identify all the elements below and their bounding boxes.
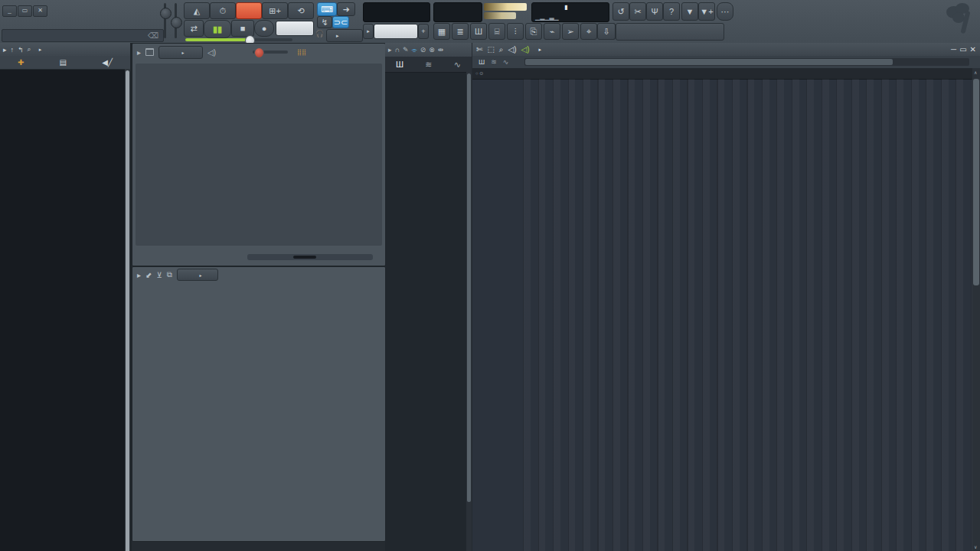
trash-icon[interactable]: ⌫	[148, 31, 158, 40]
mute-tool-icon[interactable]: ⊗	[429, 46, 435, 54]
save-new-version-icon[interactable]: ▼+	[698, 2, 715, 21]
subtab-pattern-icon[interactable]: Ш	[479, 58, 485, 66]
up-icon[interactable]: ↑	[11, 46, 15, 54]
close-icon[interactable]: ✕	[970, 45, 976, 54]
minimize-button[interactable]: _	[2, 5, 17, 17]
add-channel-button[interactable]	[217, 252, 229, 262]
tab-patterns-icon[interactable]: Ш	[396, 60, 403, 69]
piano-roll-icon[interactable]: Ш	[470, 23, 487, 40]
channel-rack-body	[136, 64, 382, 246]
channel-group-select[interactable]: ▸	[158, 46, 203, 59]
magnet-icon[interactable]: ∩	[395, 46, 400, 54]
mic-icon[interactable]: Ψ	[646, 2, 663, 21]
pencil-icon[interactable]: ✎	[403, 46, 409, 54]
browser-scrollbar[interactable]	[125, 69, 130, 551]
news-ticker[interactable]	[616, 23, 724, 41]
close-button[interactable]: ✕	[33, 5, 47, 17]
grid-icon[interactable]: ⣿⣿	[297, 49, 306, 56]
browser-header[interactable]: ▸ ↑ ↰ ⌕ ▸	[0, 43, 130, 56]
tab-automation-icon[interactable]: ∿	[454, 60, 461, 70]
stretch-icon[interactable]: ⇹	[438, 46, 444, 54]
oscilloscope	[433, 2, 482, 22]
pause-button[interactable]: ▮▮	[204, 20, 231, 38]
cut-icon[interactable]: ✂	[629, 2, 646, 21]
plugin-icon[interactable]: ⌁	[544, 23, 560, 40]
countdown-display[interactable]	[236, 2, 262, 19]
blend-recording-button[interactable]: ⊞+	[262, 2, 288, 19]
stop-button[interactable]: ■	[231, 20, 254, 37]
pattern-add-icon[interactable]: +	[418, 24, 429, 39]
playlist-view-icon[interactable]: ▦	[433, 23, 450, 40]
playlist-hscrollbar[interactable]	[524, 58, 969, 66]
help-icon[interactable]: ?	[663, 2, 680, 21]
step-sequencer-icon[interactable]: ≣	[452, 23, 469, 40]
save-icon[interactable]: ▼	[681, 2, 698, 21]
playlist-window-controls[interactable]: ─▭✕	[951, 45, 976, 54]
playlist-vscrollbar[interactable]: ∧ ∨	[972, 68, 980, 551]
pattern-toolbar[interactable]: ▸ ∩ ✎ ⌯ ⊘ ⊗ ⇹	[385, 43, 472, 57]
pattern-selector-value[interactable]	[374, 24, 418, 39]
undo-icon[interactable]: ↺	[612, 2, 629, 21]
collapse-icon[interactable]: ▸	[388, 46, 392, 54]
link-icon[interactable]: ⊃⊂	[332, 16, 349, 28]
zoom-icon[interactable]: ⌕	[499, 45, 504, 54]
collapse-icon[interactable]: ▸	[137, 48, 141, 57]
search-icon[interactable]: ⌕	[28, 45, 31, 54]
playlist-clip-area[interactable]	[523, 79, 972, 551]
shuffle-slider[interactable]	[185, 38, 292, 41]
subtab-auto-icon[interactable]: ∿	[503, 58, 509, 66]
arrow-icon[interactable]: ➜	[337, 2, 355, 16]
view-toolbar[interactable]: ▦ ≣ Ш ⌸ ⫶ ⎘ ⌁ ➢ ⌖ ▭	[433, 23, 616, 40]
mixer-view-select[interactable]: ▸	[177, 269, 218, 281]
select-icon[interactable]: ⬚	[487, 45, 494, 54]
target-icon[interactable]: ⌖	[580, 23, 597, 40]
swing-slider[interactable]	[253, 51, 288, 54]
collapse-icon[interactable]: ▸	[137, 271, 141, 279]
volume-meter-bar2	[484, 12, 516, 19]
slice-icon[interactable]: ✄	[476, 45, 482, 54]
pattern-selector[interactable]: ▸ +	[363, 24, 429, 37]
browser-tabs[interactable]: ✚ ▤ ◀╱	[0, 56, 130, 70]
rack-hscrollbar[interactable]	[247, 254, 373, 260]
chevron-right-icon: ▸	[539, 47, 542, 53]
layout-icon[interactable]: ⧉	[167, 270, 172, 279]
pattern-scrollbar[interactable]	[466, 72, 472, 551]
maximize-icon[interactable]: ▭	[959, 45, 966, 54]
subtab-audio-icon[interactable]: ≋	[491, 58, 497, 66]
back-icon[interactable]: ↰	[18, 46, 24, 54]
touch-icon[interactable]: ➢	[562, 23, 579, 40]
brush-icon[interactable]: ⌯	[412, 46, 417, 54]
browser-view-icon[interactable]: ⌸	[488, 23, 505, 40]
pattern-prev-icon[interactable]: ▸	[363, 24, 374, 39]
main-pitch-slider[interactable]	[175, 3, 177, 38]
dock-icon[interactable]: ⊻	[156, 271, 162, 279]
monitor-select[interactable]: ▸	[326, 29, 363, 42]
record-button[interactable]: ●	[254, 20, 274, 37]
mixer-view-icon[interactable]: ⫶	[507, 23, 524, 40]
restore-button[interactable]: ▭	[18, 5, 32, 17]
tab-audio-icon[interactable]: ≋	[425, 60, 432, 70]
slip-icon[interactable]: ⊘	[420, 46, 426, 54]
tab-plugins-icon[interactable]: ✚	[18, 58, 24, 67]
tab-audio-icon[interactable]: ◀╱	[102, 58, 113, 67]
window-controls[interactable]: _▭✕	[2, 2, 53, 17]
main-volume-slider[interactable]	[164, 3, 166, 38]
download-icon[interactable]: ⇩	[597, 23, 616, 40]
playlist-ruler[interactable]: ○ ⊙	[472, 68, 972, 80]
chat-icon[interactable]: ⋯	[717, 2, 733, 21]
playlist-titlebar: ✄ ⬚ ⌕ ◁) ◁) ▸ ─▭✕	[472, 43, 980, 56]
midi-icon[interactable]: ↯	[317, 16, 332, 28]
pattern-tabs[interactable]: Ш ≋ ∿	[385, 57, 472, 73]
tab-files-icon[interactable]: ▤	[60, 58, 67, 67]
project-picker-icon[interactable]: ⎘	[525, 23, 542, 40]
wait-for-input-button[interactable]: ⏱	[210, 2, 236, 19]
playback-icon[interactable]: ◁)	[508, 45, 516, 54]
metronome-button[interactable]: ◭	[184, 2, 210, 19]
detach-icon[interactable]: ⬋	[145, 271, 152, 279]
tempo-display[interactable]	[276, 21, 314, 36]
typing-keyboard-icon[interactable]: ⌨	[317, 2, 337, 16]
minimize-icon[interactable]: ─	[951, 45, 956, 54]
collapse-icon[interactable]: ▸	[3, 46, 7, 54]
loop-record-button[interactable]: ⟲	[288, 2, 314, 19]
song-loop-button[interactable]: ⇄	[184, 20, 204, 37]
